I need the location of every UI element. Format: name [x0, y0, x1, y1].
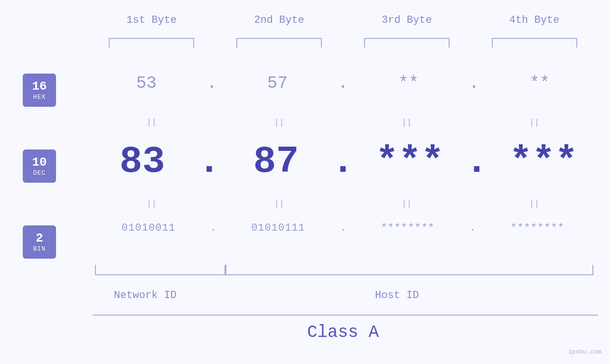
- network-bracket: [95, 265, 225, 275]
- base-hex-label: 16 HEX: [23, 74, 56, 107]
- base-dec-label: 10 DEC: [23, 149, 56, 183]
- bin-byte-2: 01010111: [217, 222, 339, 234]
- eq2: ||: [216, 118, 343, 127]
- base-bin-label: 2 BIN: [23, 225, 56, 259]
- bin-byte-1: 01010011: [88, 222, 209, 234]
- bin-name: BIN: [33, 245, 46, 252]
- bracket-3: [343, 38, 471, 47]
- network-id-label: Network ID: [114, 289, 177, 301]
- eq6: ||: [216, 199, 343, 209]
- main-container: 1st Byte 2nd Byte 3rd Byte 4th Byte 16 H…: [0, 0, 610, 364]
- watermark: ipshu.com: [568, 348, 601, 355]
- bin-dot-1: .: [209, 222, 217, 234]
- dec-byte-3: ***: [356, 140, 465, 183]
- equals-hex-dec: || || || ||: [88, 118, 598, 127]
- eq3: ||: [343, 118, 471, 127]
- bracket-2-inner: [236, 38, 322, 47]
- hex-name: HEX: [33, 93, 46, 101]
- bin-values-row: 01010011 . 01010111 . ******** . *******…: [88, 222, 598, 234]
- class-divider: [93, 315, 598, 316]
- byte-header-3: 3rd Byte: [343, 14, 471, 26]
- hex-num: 16: [32, 80, 47, 93]
- bin-dot-2: .: [339, 222, 347, 234]
- hex-byte-1: 53: [88, 74, 205, 93]
- dec-values-row: 83 . 87 . *** . ***: [88, 140, 598, 183]
- bracket-4-inner: [492, 38, 577, 47]
- equals-dec-bin: || || || ||: [88, 199, 598, 209]
- bin-dot-3: .: [469, 222, 477, 234]
- byte-headers-row: 1st Byte 2nd Byte 3rd Byte 4th Byte: [88, 14, 598, 26]
- byte-header-4: 4th Byte: [470, 14, 598, 26]
- bracket-1-inner: [109, 38, 194, 47]
- bin-byte-3: ********: [347, 222, 469, 234]
- eq8: ||: [470, 199, 598, 209]
- hex-values-row: 53 . 57 . ** . **: [88, 74, 598, 93]
- hex-byte-3: **: [350, 74, 467, 93]
- top-brackets: [88, 38, 598, 47]
- hex-dot-1: .: [205, 74, 219, 93]
- dec-name: DEC: [33, 169, 46, 177]
- byte-header-1: 1st Byte: [88, 14, 216, 26]
- bracket-3-inner: [364, 38, 450, 47]
- dec-num: 10: [32, 156, 47, 169]
- dec-byte-2: 87: [222, 140, 331, 183]
- dec-byte-4: ***: [489, 140, 598, 183]
- hex-byte-4: **: [481, 74, 598, 93]
- eq5: ||: [88, 199, 216, 209]
- hex-byte-2: 57: [219, 74, 336, 93]
- bin-byte-4: ********: [477, 222, 598, 234]
- eq1: ||: [88, 118, 216, 127]
- dec-dot-2: .: [330, 140, 355, 183]
- bracket-1: [88, 38, 216, 47]
- bin-num: 2: [36, 232, 43, 245]
- hex-dot-2: .: [336, 74, 350, 93]
- eq7: ||: [343, 199, 471, 209]
- hex-dot-3: .: [467, 74, 481, 93]
- host-id-label: Host ID: [375, 289, 419, 301]
- dec-dot-1: .: [197, 140, 222, 183]
- host-bracket: [225, 265, 593, 275]
- dec-byte-1: 83: [88, 140, 197, 183]
- bracket-4: [470, 38, 598, 47]
- bracket-2: [216, 38, 343, 47]
- dec-dot-3: .: [464, 140, 489, 183]
- eq4: ||: [470, 118, 598, 127]
- byte-header-2: 2nd Byte: [216, 14, 343, 26]
- class-label: Class A: [88, 323, 598, 342]
